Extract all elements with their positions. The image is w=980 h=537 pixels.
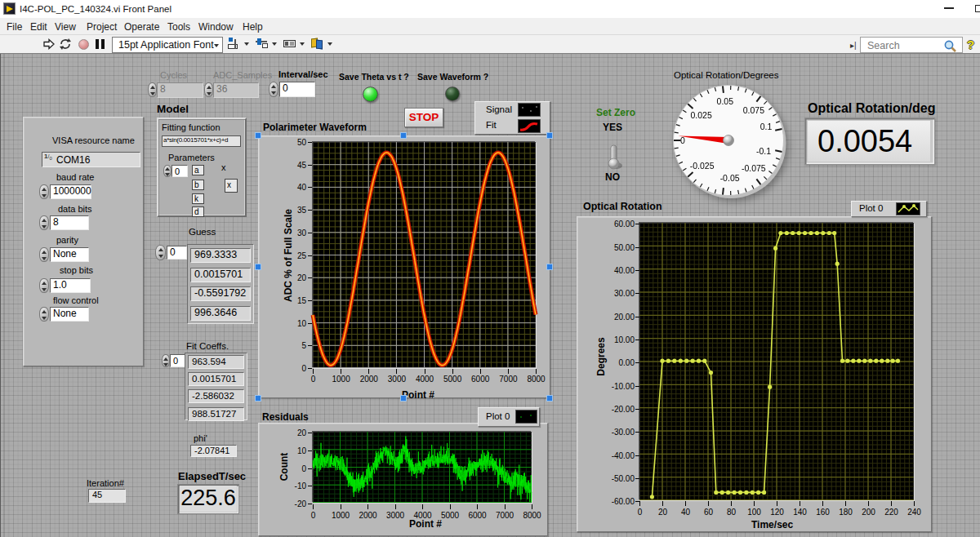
svg-text:-0.075: -0.075 <box>742 162 766 172</box>
svg-text:0.075: 0.075 <box>743 104 764 114</box>
svg-text:0.025: 0.025 <box>690 110 711 120</box>
svg-text:0.1: 0.1 <box>760 121 773 131</box>
svg-text:0.05: 0.05 <box>717 95 734 105</box>
svg-text:-0.1: -0.1 <box>756 145 771 155</box>
svg-text:-0.05: -0.05 <box>720 172 740 182</box>
svg-text:-0.025: -0.025 <box>690 160 715 170</box>
